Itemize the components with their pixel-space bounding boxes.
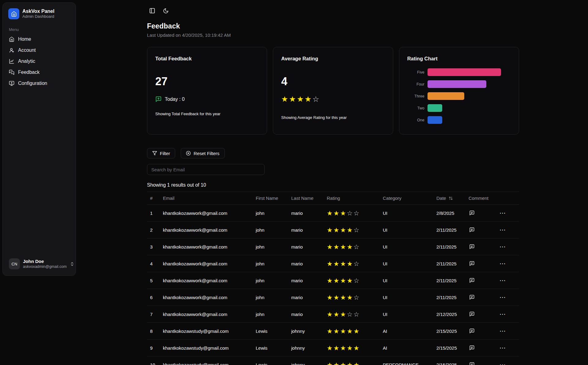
star-filled-icon: ★ [289, 95, 297, 103]
row-number: 4 [147, 255, 160, 272]
sidebar-item-home[interactable]: Home [6, 34, 72, 45]
theme-toggle-button[interactable] [160, 6, 171, 16]
comment-icon[interactable] [469, 344, 475, 351]
comment-icon[interactable] [469, 328, 475, 334]
topbar [147, 0, 519, 16]
sidebar-toggle-button[interactable] [147, 6, 157, 16]
row-actions-button[interactable]: ⋯ [499, 209, 507, 217]
row-actions-button[interactable]: ⋯ [499, 260, 507, 267]
rating-stars: ★★★☆☆ [327, 210, 360, 216]
row-actions-button[interactable]: ⋯ [499, 327, 507, 335]
moon-icon [163, 8, 169, 14]
star-filled-icon: ★ [297, 95, 304, 103]
chevrons-up-down-icon [70, 262, 74, 266]
chart-category-label: One [407, 118, 424, 122]
row-comment-cell [466, 272, 496, 289]
row-date: 2/8/2025 [433, 205, 466, 222]
comment-icon[interactable] [469, 210, 475, 216]
average-rating-value: 4 [281, 75, 385, 88]
chart-row: Two [407, 104, 511, 112]
row-date: 2/15/2025 [433, 340, 466, 356]
star-filled-icon: ★ [340, 277, 347, 284]
row-category: AI [380, 323, 433, 340]
row-actions-button[interactable]: ⋯ [499, 226, 507, 234]
column-header-date[interactable]: Date [433, 192, 466, 205]
star-filled-icon: ★ [340, 362, 347, 365]
rating-stars: ★★★★☆ [281, 95, 320, 103]
row-comment-cell [466, 205, 496, 222]
row-number: 7 [147, 306, 160, 323]
row-actions-button[interactable]: ⋯ [499, 243, 507, 250]
row-actions-cell: ⋯ [496, 289, 519, 306]
star-filled-icon: ★ [334, 210, 340, 216]
row-last-name: mario [288, 306, 324, 323]
rating-stars: ★★★★☆ [327, 294, 360, 301]
chart-row: One [407, 116, 511, 124]
menu-section-label: Menu [9, 27, 70, 32]
filter-button[interactable]: Filter [147, 148, 175, 158]
sidebar-item-feedback[interactable]: Feedback [6, 67, 72, 78]
comment-icon[interactable] [469, 294, 475, 301]
row-email: khantkokozawwork@gmail.com [160, 306, 253, 323]
comment-icon[interactable] [469, 277, 475, 284]
row-number: 8 [147, 323, 160, 340]
row-actions-button[interactable]: ⋯ [499, 277, 507, 284]
row-last-name: johnny [288, 323, 324, 340]
star-filled-icon: ★ [334, 345, 340, 351]
row-category: UI [380, 238, 433, 255]
chart-bar [428, 80, 486, 88]
sidebar-item-label: Feedback [18, 70, 40, 75]
row-actions-button[interactable]: ⋯ [499, 310, 507, 318]
star-filled-icon: ★ [327, 311, 334, 317]
sidebar-item-configuration[interactable]: Configuration [6, 78, 72, 89]
row-actions-button[interactable]: ⋯ [499, 344, 507, 352]
row-number: 10 [147, 356, 160, 365]
row-comment-cell [466, 356, 496, 365]
rating-chart-card: Rating Chart FiveFourThreeTwoOne [399, 47, 519, 135]
search-input[interactable] [147, 164, 265, 175]
row-actions-cell: ⋯ [496, 272, 519, 289]
star-filled-icon: ★ [347, 244, 353, 250]
row-first-name: Lewis [253, 356, 288, 365]
row-comment-cell [466, 323, 496, 340]
star-filled-icon: ★ [340, 227, 347, 233]
sidebar-nav: Home Account Analytic Feedback [6, 34, 72, 89]
sidebar-item-analytic[interactable]: Analytic [6, 56, 72, 67]
comment-icon[interactable] [469, 361, 475, 365]
row-email: khantkokozawwork@gmail.com [160, 289, 253, 306]
row-actions-cell: ⋯ [496, 323, 519, 340]
row-category: UI [380, 255, 433, 272]
row-rating: ★★★★☆ [324, 255, 380, 272]
row-first-name: john [253, 272, 288, 289]
star-filled-icon: ★ [334, 277, 340, 284]
comment-icon[interactable] [469, 243, 475, 250]
star-filled-icon: ★ [334, 260, 340, 267]
rating-stars: ★★★★★ [327, 328, 360, 334]
panel-left-icon [149, 8, 155, 14]
row-category: UI [380, 289, 433, 306]
row-actions-button[interactable]: ⋯ [499, 294, 507, 301]
filter-button-label: Filter [160, 151, 170, 156]
user-menu-button[interactable]: CN John Doe askvoxadmin@gmail.com [6, 256, 72, 272]
avatar: CN [9, 258, 20, 269]
row-number: 3 [147, 238, 160, 255]
comment-icon[interactable] [469, 311, 475, 317]
star-empty-icon: ☆ [353, 294, 360, 301]
sidebar-item-account[interactable]: Account [6, 45, 72, 56]
reset-filters-button[interactable]: Reset Filters [181, 148, 224, 158]
row-rating: ★★★★☆ [324, 222, 380, 238]
row-number: 1 [147, 205, 160, 222]
star-filled-icon: ★ [347, 260, 353, 267]
row-email: khantkokozawstudy@gmail.com [160, 340, 253, 356]
star-filled-icon: ★ [340, 210, 347, 216]
main-content: Feedback Last Updated on 4/20/2025, 10:1… [147, 0, 519, 365]
row-first-name: john [253, 238, 288, 255]
row-rating: ★★★★☆ [324, 272, 380, 289]
row-comment-cell [466, 255, 496, 272]
chart-bar [428, 104, 442, 112]
comment-icon[interactable] [469, 260, 475, 267]
star-filled-icon: ★ [334, 311, 340, 317]
row-last-name: mario [288, 272, 324, 289]
row-actions-button[interactable]: ⋯ [499, 361, 507, 365]
comment-icon[interactable] [469, 226, 475, 233]
